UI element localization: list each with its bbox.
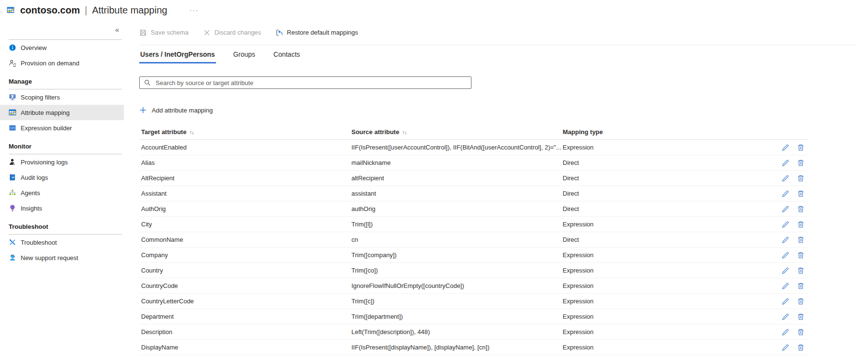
- sidebar-item-overview[interactable]: Overview: [0, 40, 124, 55]
- sidebar-item-scoping-filters[interactable]: Scoping filters: [0, 89, 124, 105]
- sidebar-item-label: New support request: [21, 254, 78, 261]
- delete-mapping-button[interactable]: [797, 159, 805, 167]
- table-row[interactable]: AuthOrigauthOrigDirect: [139, 201, 808, 217]
- delete-mapping-button[interactable]: [797, 267, 805, 274]
- table-row[interactable]: CommonNamecnDirect: [139, 232, 808, 248]
- target-attribute-cell: CountryLetterCode: [139, 298, 351, 305]
- row-actions: [774, 298, 808, 305]
- blade-title: Attribute mapping: [92, 5, 168, 16]
- edit-mapping-button[interactable]: [782, 144, 789, 151]
- edit-icon: [782, 313, 789, 321]
- delete-mapping-button[interactable]: [797, 205, 805, 213]
- tab-users-inetorgpersons[interactable]: Users / InetOrgPersons: [139, 46, 216, 63]
- mapping-type-cell: Expression: [563, 344, 774, 351]
- delete-mapping-button[interactable]: [797, 328, 805, 336]
- sidebar-item-audit-logs[interactable]: Audit logs: [0, 170, 124, 185]
- source-attribute-cell: mailNickname: [351, 159, 563, 166]
- edit-mapping-button[interactable]: [782, 344, 789, 351]
- delete-mapping-button[interactable]: [797, 251, 805, 259]
- delete-mapping-button[interactable]: [797, 313, 805, 321]
- sidebar-item-troubleshoot[interactable]: Troubleshoot: [0, 235, 124, 250]
- delete-icon: [797, 144, 805, 151]
- attribute-mapping-table: Target attribute ↑↓ Source attribute ↑↓ …: [139, 124, 808, 355]
- sort-icon: ↑↓: [189, 129, 193, 135]
- row-actions: [774, 144, 808, 151]
- table-row[interactable]: CountryCodeIgnoreFlowIfNullOrEmpty([coun…: [139, 278, 808, 294]
- command-bar: Save schema Discard changes Restore defa…: [139, 20, 856, 45]
- edit-icon: [782, 159, 789, 167]
- delete-icon: [797, 190, 805, 198]
- restore-default-mappings-button[interactable]: Restore default mappings: [276, 29, 358, 37]
- edit-mapping-button[interactable]: [782, 328, 789, 336]
- search-box[interactable]: [139, 76, 471, 89]
- save-schema-button[interactable]: Save schema: [139, 29, 189, 37]
- table-row[interactable]: DescriptionLeft(Trim([description]), 448…: [139, 324, 808, 340]
- row-actions: [774, 159, 808, 167]
- edit-mapping-button[interactable]: [782, 221, 789, 228]
- edit-mapping-button[interactable]: [782, 159, 789, 167]
- table-row[interactable]: CompanyTrim([company])Expression: [139, 248, 808, 263]
- column-header-source-attribute[interactable]: Source attribute ↑↓: [351, 128, 563, 136]
- column-header-target-attribute[interactable]: Target attribute ↑↓: [139, 128, 351, 136]
- table-row[interactable]: CountryTrim([co])Expression: [139, 263, 808, 278]
- sidebar-item-provision-on-demand[interactable]: Provision on demand: [0, 55, 124, 71]
- target-attribute-cell: City: [139, 221, 351, 228]
- table-row[interactable]: CityTrim([l])Expression: [139, 217, 808, 232]
- delete-icon: [797, 267, 805, 274]
- table-row[interactable]: DisplayNameIIF(IsPresent([displayName]),…: [139, 340, 808, 355]
- edit-mapping-button[interactable]: [782, 174, 789, 182]
- target-attribute-cell: AccountEnabled: [139, 144, 351, 151]
- edit-mapping-button[interactable]: [782, 190, 789, 198]
- tab-bar: Users / InetOrgPersons Groups Contacts: [139, 46, 856, 63]
- edit-mapping-button[interactable]: [782, 267, 789, 274]
- mapping-type-cell: Expression: [563, 251, 774, 259]
- edit-mapping-button[interactable]: [782, 313, 789, 321]
- delete-mapping-button[interactable]: [797, 221, 805, 228]
- edit-mapping-button[interactable]: [782, 298, 789, 305]
- restore-default-mappings-label: Restore default mappings: [287, 29, 358, 36]
- sidebar-item-label: Provisioning logs: [21, 159, 68, 166]
- delete-mapping-button[interactable]: [797, 298, 805, 305]
- delete-mapping-button[interactable]: [797, 282, 805, 290]
- edit-mapping-button[interactable]: [782, 205, 789, 213]
- column-label: Mapping type: [563, 128, 603, 136]
- collapse-sidebar-icon[interactable]: «: [115, 26, 119, 36]
- more-options-icon[interactable]: ···: [189, 8, 199, 12]
- delete-icon: [797, 328, 805, 336]
- expression-builder-icon: </>: [9, 124, 16, 132]
- sidebar-item-attribute-mapping[interactable]: Attribute mapping: [0, 105, 124, 120]
- table-row[interactable]: AliasmailNicknameDirect: [139, 155, 808, 171]
- sidebar-item-insights[interactable]: Insights: [0, 200, 124, 216]
- tab-groups[interactable]: Groups: [232, 46, 256, 63]
- delete-mapping-button[interactable]: [797, 344, 805, 351]
- sidebar-item-provisioning-logs[interactable]: Provisioning logs: [0, 154, 124, 170]
- delete-mapping-button[interactable]: [797, 190, 805, 198]
- edit-mapping-button[interactable]: [782, 236, 789, 244]
- search-icon: [144, 79, 151, 87]
- sidebar-item-agents[interactable]: Agents: [0, 185, 124, 200]
- discard-changes-button[interactable]: Discard changes: [203, 29, 261, 37]
- delete-mapping-button[interactable]: [797, 236, 805, 244]
- mapping-type-cell: Expression: [563, 144, 774, 151]
- source-attribute-cell: assistant: [351, 190, 563, 197]
- tab-contacts[interactable]: Contacts: [273, 46, 301, 63]
- table-row[interactable]: AccountEnabledIIF(IsPresent([userAccount…: [139, 140, 808, 155]
- edit-mapping-button[interactable]: [782, 251, 789, 259]
- row-actions: [774, 328, 808, 336]
- add-attribute-mapping-button[interactable]: Add attribute mapping: [139, 106, 856, 114]
- delete-icon: [797, 236, 805, 244]
- table-row[interactable]: DepartmentTrim([department])Expression: [139, 309, 808, 324]
- sidebar-item-new-support-request[interactable]: New support request: [0, 250, 124, 265]
- sidebar-item-expression-builder[interactable]: </>Expression builder: [0, 120, 124, 136]
- edit-mapping-button[interactable]: [782, 282, 789, 290]
- add-icon: [139, 106, 147, 114]
- table-row[interactable]: CountryLetterCodeTrim([c])Expression: [139, 294, 808, 309]
- row-actions: [774, 221, 808, 228]
- title-separator: |: [84, 5, 87, 16]
- search-input[interactable]: [155, 79, 467, 87]
- delete-mapping-button[interactable]: [797, 144, 805, 151]
- delete-mapping-button[interactable]: [797, 174, 805, 182]
- table-row[interactable]: AssistantassistantDirect: [139, 186, 808, 201]
- provisioning-logs-icon: [9, 158, 16, 166]
- table-row[interactable]: AltRecipientaltRecipientDirect: [139, 171, 808, 186]
